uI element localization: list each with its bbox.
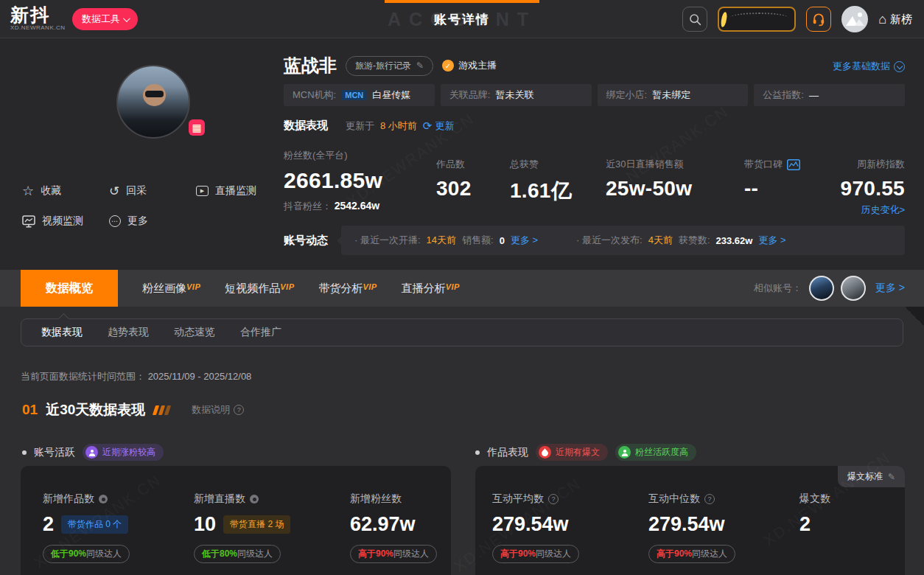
qr-icon: ▦ [192,122,201,133]
similar-accounts: 相似账号： 更多 > [754,270,905,307]
subtab-data-performance[interactable]: 数据表现 [29,326,95,339]
compare-rest: 同级达人 [86,548,122,560]
search-icon [689,13,701,26]
refresh-link[interactable]: ⟳ 更新 [423,119,455,133]
tab-short-video[interactable]: 短视频作品VIP [225,282,294,296]
video-monitor-label: 视频监测 [42,215,83,228]
user-avatar[interactable] [841,6,868,32]
similar-account-avatar-1[interactable] [809,276,834,301]
compare-highlight: 高于90% [657,548,692,560]
new-works-value: 2 [43,513,54,536]
flame-icon [539,446,551,459]
history-change-link[interactable]: 历史变化> [841,203,905,217]
qr-code-badge[interactable]: ▦ [189,119,205,136]
tab-commerce-analysis[interactable]: 带货分析VIP [318,282,377,296]
name-row: 蓝战非 旅游-旅行记录 ✎ ✓ 游戏主播 [284,54,497,77]
chevron-down-icon [123,15,130,22]
help-icon[interactable]: ? [548,494,559,504]
subtab-cooperation[interactable]: 合作推广 [228,326,294,339]
eye-icon[interactable] [99,495,108,503]
median-interaction-value: 279.54w [648,513,725,536]
newrank-home-link[interactable]: ⌂ 新榜 [878,13,912,27]
page-title-wrap: ACCOUNT 账号详情 [434,0,490,38]
promo-banner[interactable] [718,7,796,32]
metric-avg-interaction: 互动平均数 ? 279.54w 高于90% 同级达人 [492,492,579,563]
similar-account-avatar-2[interactable] [841,276,866,301]
mcn-label: MCN机构: [293,88,336,102]
viral-standard-button[interactable]: 爆文标准 ✎ [838,466,905,487]
statistics-range-label: 当前页面数据统计时间范围： [21,371,145,382]
subtab-trend[interactable]: 趋势表现 [95,326,161,339]
verified-label: 游戏主播 [458,59,497,72]
compare-rest: 同级达人 [393,548,429,560]
person-icon [618,446,631,459]
mcn-value: 白昼传媒 [372,88,410,102]
circle-chevron-down-icon [894,61,905,72]
new-lives-label: 新增直播数 [194,492,245,506]
compare-pill: 低于80% 同级达人 [194,545,281,563]
last-live-label: · 最近一次开播: [354,234,421,247]
badge-viral-posts-label: 近期有爆文 [556,446,600,459]
metric-viral-count: 爆文数 2 [799,492,830,536]
viral-standard-label: 爆文标准 [847,470,883,483]
action-favorite[interactable]: ☆ 收藏 [22,184,61,198]
action-video-monitor[interactable]: 视频监测 [22,215,83,228]
similar-accounts-more-link[interactable]: 更多 > [875,282,905,295]
group-works-performance-title: 作品表现 [487,446,528,459]
recollect-icon: ↺ [109,185,119,198]
category-tag[interactable]: 旅游-旅行记录 ✎ [346,56,433,76]
info-box-charity: 公益指数: — [754,84,905,106]
median-interaction-label: 互动中位数 [648,492,700,506]
search-button[interactable] [682,7,707,32]
logo[interactable]: 新抖 XD.NEWRANK.CN [10,5,66,31]
more-label: 更多 [127,215,148,228]
group-account-activity-title: 账号活跃 [34,446,75,459]
action-recollect[interactable]: ↺ 回采 [109,184,147,198]
commerce-works-tag: 带货作品 0 个 [61,515,128,534]
group-account-activity: 账号活跃 近期涨粉较高 [22,444,164,461]
tab-live-analysis[interactable]: 直播分析VIP [402,282,460,296]
trend-chart-icon[interactable] [787,159,800,170]
data-tools-button[interactable]: 数据工具 [72,8,138,30]
live-more-link[interactable]: 更多 > [511,234,538,247]
action-more[interactable]: ⋯ 更多 [109,215,148,228]
header: 新抖 XD.NEWRANK.CN 数据工具 ACCOUNT 账号详情 ⌂ 新榜 [0,0,924,38]
edit-icon: ✎ [416,60,424,71]
eye-icon[interactable] [250,495,259,503]
badge-fan-growth-label: 近期涨粉较高 [102,446,155,459]
edit-icon: ✎ [888,472,895,482]
action-live-monitor[interactable]: ▶ 直播监测 [196,184,256,198]
mcn-badge: MCN [341,90,367,100]
live-monitor-label: 直播监测 [215,184,256,198]
compare-highlight: 低于80% [202,548,237,560]
data-note-label: 数据说明 [192,403,230,417]
publish-more-link[interactable]: 更多 > [758,234,785,247]
section-number: 01 [22,402,38,418]
tab-data-overview[interactable]: 数据概览 [21,270,118,307]
account-name: 蓝战非 [284,54,337,77]
publish-likes-label: 获赞数: [679,234,710,247]
logo-domain: XD.NEWRANK.CN [10,24,66,31]
support-button[interactable] [806,7,831,32]
help-icon[interactable]: ? [704,494,715,504]
badge-fan-growth: 近期涨粉较高 [83,444,164,461]
tab-fans-portrait[interactable]: 粉丝画像VIP [142,282,200,296]
data-note-link[interactable]: 数据说明 ? [192,403,244,417]
charity-value: — [809,90,819,101]
more-icon: ⋯ [109,215,121,227]
similar-accounts-label: 相似账号： [754,282,802,295]
douyin-fans-value: 2542.64w [335,200,380,212]
tab-commerce-analysis-label: 带货分析 [318,282,363,296]
logo-text: 新抖 [10,5,66,24]
stat-fans-total: 粉丝数(全平台) 2661.85w 抖音粉丝： 2542.64w [284,149,382,213]
vip-badge: VIP [363,282,377,291]
more-basic-data-link[interactable]: 更多基础数据 [833,60,905,73]
likes-label: 总获赞 [510,158,572,171]
fans-value: 2661.85w [284,168,382,193]
shop-value: 暂未绑定 [652,88,690,102]
subtab-dynamics[interactable]: 动态速览 [161,326,228,339]
more-basic-data-label: 更多基础数据 [833,60,890,73]
updated-value: 8 小时前 [380,119,417,133]
activity-panel: · 最近一次开播: 14天前 销售额: 0 更多 > · 最近一次发布: 4天前… [341,226,905,255]
new-lives-value: 10 [194,513,216,536]
